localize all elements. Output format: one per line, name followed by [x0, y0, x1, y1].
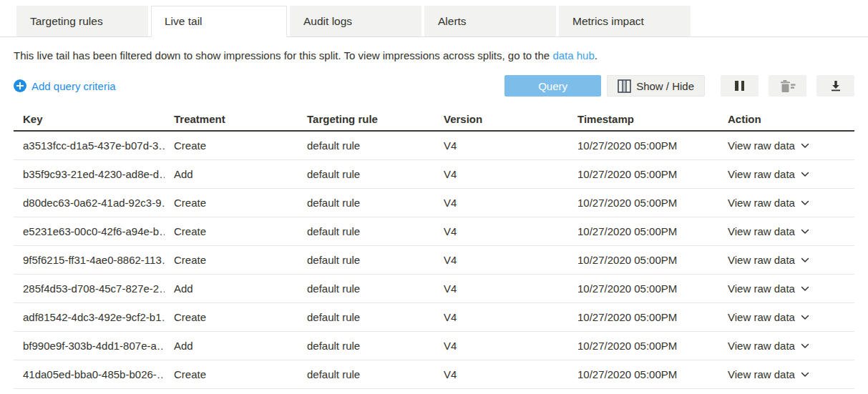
tab-label: Metrics impact	[572, 15, 644, 28]
tab-label: Targeting rules	[30, 15, 103, 28]
timestamp-cell: 10/27/2020 05:00PM	[568, 139, 718, 152]
query-button[interactable]: Query	[504, 75, 601, 97]
table-row: 285f4d53-d708-45c7-827e-2… Add default r…	[14, 275, 854, 303]
chevron-down-icon	[801, 286, 809, 292]
column-header: Treatment	[165, 113, 298, 125]
timestamp-cell: 10/27/2020 05:00PM	[568, 311, 718, 323]
view-raw-data-label: View raw data	[728, 254, 795, 266]
chevron-down-icon	[801, 143, 809, 149]
pause-icon	[735, 81, 744, 91]
download-button[interactable]	[816, 75, 854, 97]
toolbar-actions: Query Show / Hide	[504, 75, 854, 97]
table-row: bf990e9f-303b-4dd1-807e-a… Add default r…	[14, 332, 854, 360]
treatment-cell: Add	[165, 168, 298, 180]
banner-text: This live tail has been filtered down to…	[14, 49, 552, 61]
targeting-rule-cell: default rule	[298, 368, 434, 380]
chevron-down-icon	[801, 229, 809, 235]
view-raw-data-label: View raw data	[728, 311, 795, 323]
view-raw-data-button[interactable]: View raw data	[718, 311, 854, 323]
tab-live-tail[interactable]: Live tail	[151, 6, 287, 37]
add-query-criteria-label: Add query criteria	[31, 80, 116, 92]
tab-label: Live tail	[165, 15, 203, 28]
view-raw-data-label: View raw data	[728, 225, 795, 237]
version-cell: V4	[434, 340, 568, 352]
view-raw-data-button[interactable]: View raw data	[718, 225, 854, 237]
chevron-down-icon	[801, 315, 809, 320]
clear-trash-icon	[779, 79, 796, 93]
timestamp-cell: 10/27/2020 05:00PM	[568, 282, 718, 295]
treatment-cell: Add	[165, 282, 298, 295]
view-raw-data-button[interactable]: View raw data	[718, 197, 854, 209]
chevron-down-icon	[801, 257, 809, 263]
treatment-cell: Create	[165, 197, 298, 209]
column-header: Action	[718, 113, 854, 125]
timestamp-cell: 10/27/2020 05:00PM	[568, 168, 718, 180]
chevron-down-icon	[801, 172, 809, 177]
table-header: Key Treatment Targeting rule Version Tim…	[14, 107, 854, 132]
chevron-down-icon	[801, 372, 809, 378]
show-hide-label: Show / Hide	[636, 80, 694, 92]
version-cell: V4	[434, 139, 568, 152]
banner-text-end: .	[595, 49, 598, 61]
view-raw-data-label: View raw data	[728, 139, 795, 152]
data-hub-link[interactable]: data hub	[552, 49, 594, 61]
key-cell: 41da05ed-bba0-485b-b026-…	[14, 368, 165, 380]
view-raw-data-button[interactable]: View raw data	[718, 254, 854, 266]
live-tail-table: Key Treatment Targeting rule Version Tim…	[14, 107, 854, 389]
treatment-cell: Create	[165, 311, 298, 323]
treatment-cell: Create	[165, 368, 298, 380]
view-raw-data-label: View raw data	[728, 168, 795, 180]
treatment-cell: Add	[165, 340, 298, 352]
version-cell: V4	[434, 168, 568, 180]
targeting-rule-cell: default rule	[298, 340, 434, 352]
treatment-cell: Create	[165, 139, 298, 152]
table-row: d80dec63-0a62-41ad-92c3-9… Create defaul…	[14, 189, 854, 217]
tab-targeting-rules[interactable]: Targeting rules	[16, 6, 148, 37]
timestamp-cell: 10/27/2020 05:00PM	[568, 225, 718, 237]
chevron-down-icon	[801, 343, 809, 349]
view-raw-data-label: View raw data	[728, 368, 795, 380]
add-query-criteria-button[interactable]: Add query criteria	[14, 79, 116, 92]
key-cell: bf990e9f-303b-4dd1-807e-a…	[14, 340, 165, 352]
tab-alerts[interactable]: Alerts	[424, 6, 556, 37]
tab-metrics-impact[interactable]: Metrics impact	[559, 6, 691, 37]
column-header: Key	[14, 113, 165, 125]
key-cell: 285f4d53-d708-45c7-827e-2…	[14, 282, 165, 295]
targeting-rule-cell: default rule	[298, 254, 434, 266]
view-raw-data-button[interactable]: View raw data	[718, 340, 854, 352]
table-row: 41da05ed-bba0-485b-b026-… Create default…	[14, 360, 854, 389]
view-raw-data-label: View raw data	[728, 197, 795, 209]
version-cell: V4	[434, 282, 568, 295]
version-cell: V4	[434, 225, 568, 237]
timestamp-cell: 10/27/2020 05:00PM	[568, 368, 718, 380]
view-raw-data-button[interactable]: View raw data	[718, 282, 854, 295]
version-cell: V4	[434, 368, 568, 380]
version-cell: V4	[434, 197, 568, 209]
view-raw-data-button[interactable]: View raw data	[718, 168, 854, 180]
pause-button[interactable]	[721, 75, 759, 97]
show-hide-columns-button[interactable]: Show / Hide	[607, 75, 705, 97]
timestamp-cell: 10/27/2020 05:00PM	[568, 340, 718, 352]
column-header: Timestamp	[568, 113, 718, 125]
key-cell: 9f5f6215-ff31-4ae0-8862-113…	[14, 254, 165, 266]
table-body: a3513fcc-d1a5-437e-b07d-3… Create defaul…	[14, 132, 854, 389]
targeting-rule-cell: default rule	[298, 139, 434, 152]
tab-bar: Targeting rules Live tail Audit logs Ale…	[0, 0, 868, 37]
columns-icon	[618, 79, 631, 93]
clear-button[interactable]	[769, 75, 806, 97]
chevron-down-icon	[801, 200, 809, 206]
table-row: adf81542-4dc3-492e-9cf2-b1… Create defau…	[14, 303, 854, 332]
toolbar: Add query criteria Query Show / Hide	[14, 75, 854, 97]
tab-audit-logs[interactable]: Audit logs	[290, 6, 421, 37]
view-raw-data-button[interactable]: View raw data	[718, 368, 854, 380]
targeting-rule-cell: default rule	[298, 282, 434, 295]
version-cell: V4	[434, 311, 568, 323]
tab-label: Alerts	[438, 15, 467, 28]
treatment-cell: Create	[165, 254, 298, 266]
view-raw-data-button[interactable]: View raw data	[718, 139, 854, 152]
version-cell: V4	[434, 254, 568, 266]
plus-circle-icon	[14, 79, 26, 92]
table-row: 9f5f6215-ff31-4ae0-8862-113… Create defa…	[14, 246, 854, 275]
key-cell: b35f9c93-21ed-4230-ad8e-d…	[14, 168, 165, 180]
targeting-rule-cell: default rule	[298, 168, 434, 180]
